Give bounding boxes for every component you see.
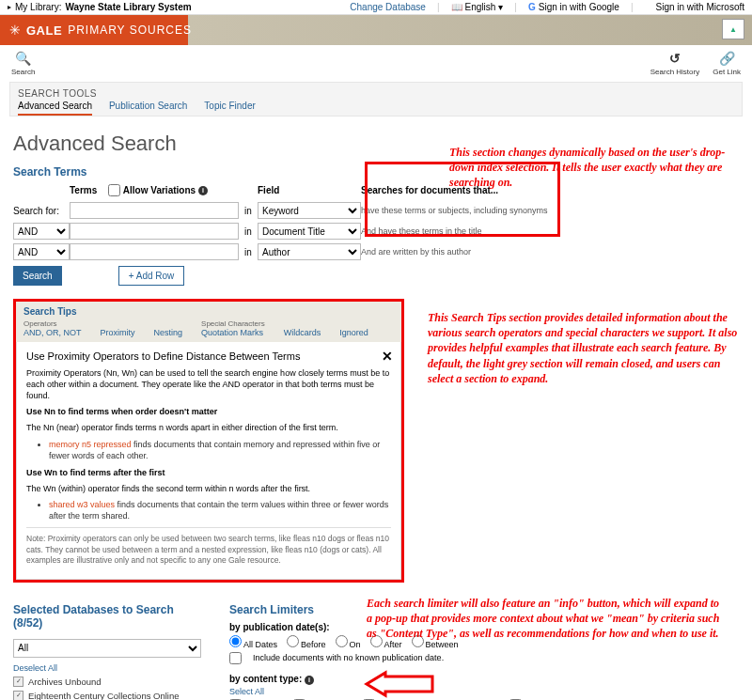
checkbox-icon: ✓ <box>13 691 24 700</box>
database-filter-select[interactable]: All <box>13 639 201 658</box>
annotation-2: This Search Tips section provides detail… <box>428 310 738 386</box>
tips-p2: The Nn (near) operator finds terms n wor… <box>26 422 391 433</box>
brand-primary-sources: PRIMARY SOURCES <box>68 23 192 37</box>
main-toolbar: 🔍 Search ↺ Search History 🔗 Get Link <box>0 45 752 82</box>
explain-2: And have these terms in the title <box>361 226 549 236</box>
operator-select-2[interactable]: AND <box>13 243 70 260</box>
info-icon[interactable]: i <box>198 186 208 195</box>
search-icon: 🔍 <box>15 51 31 66</box>
search-button[interactable]: Search <box>13 266 62 286</box>
tips-cat-quotation[interactable]: Quotation Marks <box>201 328 263 337</box>
top-bar: ▸ My Library: Wayne State Library System… <box>0 0 752 15</box>
tips-cat-wildcards[interactable]: Wildcards <box>284 328 321 337</box>
deselect-all-link[interactable]: Deselect All <box>13 663 57 673</box>
allow-variations-checkbox[interactable] <box>108 184 120 196</box>
search-tools-tabs: SEARCH TOOLS Advanced Search Publication… <box>9 82 743 117</box>
checkbox-icon: ✓ <box>13 677 24 687</box>
tab-publication-search[interactable]: Publication Search <box>109 101 187 116</box>
include-unknown-date[interactable]: Include documents with no known publicat… <box>229 652 568 664</box>
term-input-3[interactable] <box>70 243 239 260</box>
tips-cat-operators[interactable]: AND, OR, NOT <box>24 328 82 337</box>
search-history-tool[interactable]: ↺ Search History <box>650 51 699 76</box>
search-tips-panel: Search Tips OperatorsAND, OR, NOT Proxim… <box>13 299 404 583</box>
tips-ex2: shared w3 values finds documents that co… <box>49 499 391 521</box>
info-icon[interactable]: i <box>305 676 314 685</box>
search-tips-title: Search Tips <box>24 306 394 317</box>
field-select-1[interactable]: Keyword <box>258 202 361 219</box>
arrow-icon <box>367 673 432 697</box>
search-terms-grid: Terms Allow Variations i Field Searches … <box>13 184 588 260</box>
field-col-header: Field <box>258 185 361 197</box>
get-link-tool[interactable]: 🔗 Get Link <box>713 51 741 76</box>
db-item[interactable]: ✓Eighteenth Century Collections Online <box>13 689 201 700</box>
tips-note: Note: Proximity operators can only be us… <box>26 534 391 566</box>
date-before[interactable]: Before <box>287 635 326 649</box>
select-all-link[interactable]: Select All <box>229 687 264 696</box>
annotation-1: This section changes dynamically based o… <box>449 145 741 191</box>
add-row-button[interactable]: + Add Row <box>118 266 185 286</box>
change-database-link[interactable]: Change Database <box>350 2 426 12</box>
partner-badge: ▲ <box>722 19 744 39</box>
annotation-3: Each search limiter will also feature an… <box>367 596 724 642</box>
database-list: ✓Archives Unbound ✓Eighteenth Century Co… <box>13 675 201 700</box>
tips-cat-proximity[interactable]: Proximity <box>101 328 135 337</box>
term-input-1[interactable] <box>70 202 239 219</box>
tips-body-title: Use Proximity Operators to Define Distan… <box>26 350 391 364</box>
tabs-title: SEARCH TOOLS <box>18 88 734 99</box>
tips-cat-ignored[interactable]: Ignored <box>339 328 368 337</box>
gale-logo-icon: ✳ <box>9 23 21 38</box>
field-select-2[interactable]: Document Title <box>258 223 361 240</box>
content-type-label: by content type: <box>229 674 302 684</box>
link-icon: 🔗 <box>719 51 735 66</box>
date-all[interactable]: All Dates <box>229 635 277 649</box>
tab-advanced-search[interactable]: Advanced Search <box>18 101 92 116</box>
explain-3: And are written by this author <box>361 247 549 257</box>
google-signin[interactable]: G Sign in with Google <box>528 2 619 12</box>
term-input-2[interactable] <box>70 223 239 240</box>
history-icon: ↺ <box>669 51 681 66</box>
search-tool[interactable]: 🔍 Search <box>11 51 35 76</box>
microsoft-signin[interactable]: Sign in with Microsoft <box>645 2 744 12</box>
close-icon[interactable]: ✕ <box>382 348 393 366</box>
field-select-3[interactable]: Author <box>258 243 361 260</box>
expand-icon[interactable]: ▸ <box>8 3 11 11</box>
terms-col-header: Terms <box>70 185 97 195</box>
date-on[interactable]: On <box>336 635 361 649</box>
tips-sub1: Use Nn to find terms when order doesn't … <box>26 406 391 417</box>
operator-select-1[interactable]: AND <box>13 223 70 240</box>
tab-topic-finder[interactable]: Topic Finder <box>204 101 255 116</box>
brand-banner: ✳ GALE PRIMARY SOURCES ▲ <box>0 15 752 45</box>
search-for-label: Search for: <box>13 206 70 216</box>
library-name: Wayne State Library System <box>65 2 191 12</box>
databases-heading: Selected Databases to Search (8/52) <box>13 603 201 630</box>
tips-ex1: memory n5 repressed finds documents that… <box>49 439 391 461</box>
tips-p3: The Wn (within) operator finds the secon… <box>26 483 391 494</box>
tips-p1: Proximity Operators (Nn, Wn) can be used… <box>26 367 391 401</box>
tips-sub2: Use Wn to find terms after the first <box>26 467 391 478</box>
db-item[interactable]: ✓Archives Unbound <box>13 675 201 689</box>
tips-cat-nesting[interactable]: Nesting <box>154 328 183 337</box>
explain-1: have these terms or subjects, including … <box>361 206 549 215</box>
brand-gale: GALE <box>26 23 62 38</box>
language-selector[interactable]: 📖 English ▾ <box>451 2 504 12</box>
allow-variations-label: Allow Variations <box>123 185 196 195</box>
library-label: My Library: <box>15 2 61 12</box>
